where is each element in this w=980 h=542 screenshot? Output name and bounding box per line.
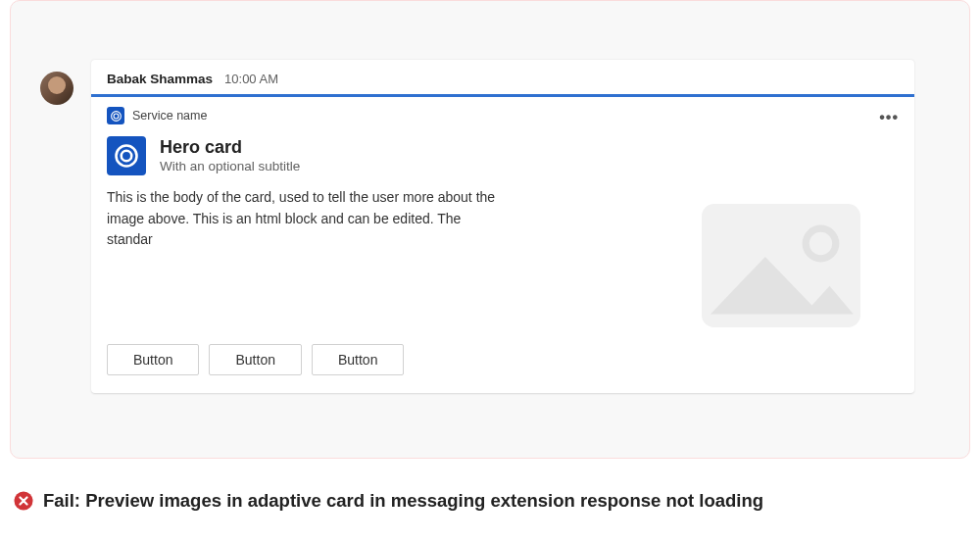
screenshot-canvas: Babak Shammas 10:00 AM ••• Service name: [10, 0, 970, 459]
caption-row: Fail: Preview images in adaptive card in…: [14, 490, 980, 512]
card-more-menu[interactable]: •••: [879, 109, 899, 126]
card-button-3[interactable]: Button: [312, 344, 404, 375]
sender-name[interactable]: Babak Shammas: [107, 72, 213, 86]
card-title: Hero card: [160, 138, 300, 158]
message-header: Babak Shammas 10:00 AM: [91, 60, 914, 94]
card-button-2[interactable]: Button: [209, 344, 301, 375]
fail-icon: [14, 491, 33, 511]
svg-point-2: [117, 146, 137, 167]
card-button-row: Button Button Button: [107, 344, 899, 375]
hero-header: Hero card With an optional subtitle: [107, 136, 899, 175]
adaptive-card: ••• Service name H: [91, 97, 914, 393]
sender-avatar[interactable]: [40, 72, 74, 105]
caption-text: Fail: Preview images in adaptive card in…: [43, 490, 763, 512]
card-content-row: This is the body of the card, used to te…: [107, 187, 899, 344]
service-circle-icon: [107, 107, 124, 124]
svg-point-0: [111, 111, 121, 121]
hero-circle-icon: [107, 136, 146, 175]
svg-point-1: [114, 114, 119, 119]
card-subtitle: With an optional subtitle: [160, 159, 300, 173]
chat-message: Babak Shammas 10:00 AM ••• Service name: [91, 60, 914, 393]
image-placeholder-icon: [683, 187, 879, 344]
service-name: Service name: [132, 109, 207, 123]
service-row: Service name: [107, 107, 899, 124]
svg-point-3: [122, 151, 132, 162]
message-timestamp: 10:00 AM: [224, 72, 278, 86]
card-body-text: This is the body of the card, used to te…: [107, 187, 499, 251]
card-button-1[interactable]: Button: [107, 344, 199, 375]
